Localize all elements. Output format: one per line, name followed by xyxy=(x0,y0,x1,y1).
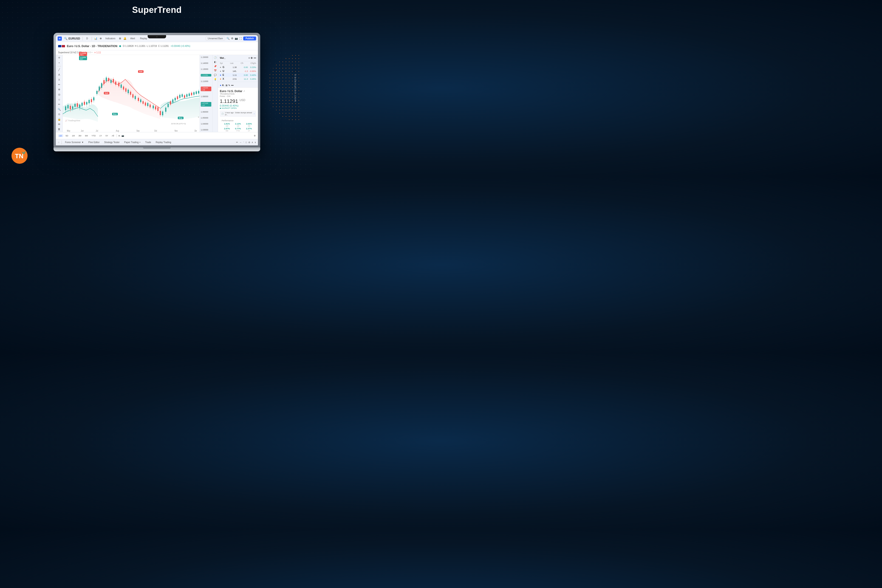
tab-forex-screener[interactable]: Forex Screener ▼ xyxy=(64,141,85,144)
pencil-tool[interactable]: ✏ xyxy=(57,103,62,106)
clock-icon[interactable]: 🕐 xyxy=(214,56,217,59)
svg-rect-30 xyxy=(99,87,100,91)
eye-tool[interactable]: 👁 xyxy=(57,123,62,126)
chat-icon[interactable]: 💬 xyxy=(214,74,217,76)
compare-chart-icon[interactable]: ⊕ xyxy=(118,134,120,136)
camera-icon[interactable]: 📷 xyxy=(235,37,238,40)
layers-icon[interactable]: ◧ xyxy=(214,61,216,63)
clock-small-icon: 🕐 xyxy=(221,112,224,115)
svg-rect-82 xyxy=(162,111,163,115)
chart-canvas: May Jun Jul Aug Sep Oct Nov De 📈 Trading… xyxy=(63,55,200,132)
settings-icon[interactable]: ⚙ xyxy=(231,37,233,40)
tab-paper-trading[interactable]: Paper Trading + xyxy=(123,141,142,144)
time-ytd[interactable]: YTD xyxy=(90,134,97,137)
tab-strategy-tester[interactable]: Strategy Tester xyxy=(103,141,121,144)
svg-rect-110 xyxy=(196,92,197,94)
text-tool[interactable]: A xyxy=(57,73,62,76)
detail-link-icon[interactable]: ↗ xyxy=(243,90,245,92)
time-1m[interactable]: 1M xyxy=(71,134,76,137)
fullscreen-icon[interactable]: ⛶ xyxy=(239,37,242,40)
watchlist-more-icon[interactable]: ••• xyxy=(254,57,256,59)
watchlist-item-u[interactable]: ● U 145. -1.3 -0.90% xyxy=(218,69,258,73)
emoji-tool[interactable]: ☺ xyxy=(57,98,62,101)
brush-tool[interactable]: ✏ xyxy=(57,83,62,86)
expand-btn[interactable]: » xyxy=(198,116,199,118)
watchlist-toggle[interactable]: ☆ xyxy=(58,141,60,144)
publish-btn[interactable]: Publish xyxy=(243,36,256,40)
chart-type-icon[interactable]: 📊 xyxy=(94,37,98,40)
indicator-value: ≡ 1.11 xyxy=(94,51,101,54)
alerts-icon[interactable]: 🔔 xyxy=(123,37,126,40)
line-draw-icon[interactable]: ⁻ xyxy=(243,141,244,144)
crosshair-tool[interactable]: ✛ xyxy=(57,56,62,60)
eu-flag xyxy=(58,45,62,47)
unnamed-btn[interactable]: Unnamed Bam xyxy=(206,36,225,40)
pen-tool-icon[interactable]: ✏ xyxy=(236,141,238,144)
news-text: 1 hour ago · Dollar slumps ahead of... xyxy=(225,112,253,116)
watchlist-item-e[interactable]: ● E 1.11 0.00 0.40% xyxy=(218,73,258,77)
search-top-icon[interactable]: 🔍 xyxy=(226,37,230,40)
symbol-display[interactable]: EURUSD xyxy=(69,37,80,40)
eraser-icon[interactable]: ⊘ xyxy=(248,141,250,144)
dot-icon[interactable]: • xyxy=(57,62,62,64)
templates-icon[interactable]: ⊞ xyxy=(119,37,121,40)
zoom-tool[interactable]: ⊕ xyxy=(57,88,62,91)
time-1d[interactable]: 1D xyxy=(58,134,63,137)
bulb-icon[interactable]: 💡 xyxy=(214,78,217,81)
calendar-icon[interactable]: 📅 xyxy=(214,69,217,72)
time-5d[interactable]: 5D xyxy=(64,134,70,137)
indicators-btn[interactable]: Indicators xyxy=(104,37,117,40)
arrow-tool-icon[interactable]: → xyxy=(239,141,242,144)
line-tool[interactable]: ╱ xyxy=(57,68,62,71)
tab-trade[interactable]: Trade xyxy=(144,141,153,144)
svg-rect-52 xyxy=(125,88,126,92)
pin-icon[interactable]: 📌 xyxy=(214,65,217,68)
alert-btn[interactable]: Alert xyxy=(129,37,136,40)
camera-dot xyxy=(156,36,158,38)
news-item[interactable]: 🕐 1 hour ago · Dollar slumps ahead of...… xyxy=(220,111,256,117)
lock-tool[interactable]: 🔒 xyxy=(57,118,62,121)
magnet-tool[interactable]: ⊙ xyxy=(57,113,62,116)
tab-pine-editor[interactable]: Pine Editor xyxy=(87,141,101,144)
measure-tool[interactable]: ◎ xyxy=(57,93,62,96)
svg-text:Oct: Oct xyxy=(154,129,157,132)
up-arrow-icon[interactable]: ∧ xyxy=(252,141,253,144)
news-arrow[interactable]: › xyxy=(254,112,255,115)
svg-rect-48 xyxy=(121,84,122,88)
compare-icon[interactable]: ⊕ xyxy=(100,37,102,40)
camera-chart-icon[interactable]: 📷 xyxy=(122,134,124,136)
xabcd-tool[interactable]: X xyxy=(57,78,62,81)
time-3m[interactable]: 3M xyxy=(77,134,83,137)
svg-rect-92 xyxy=(175,98,176,100)
u-icon: ● xyxy=(220,70,221,72)
ohlc-data: O 1.10828 H 1.11301 L 1.10719 C 1.11291 xyxy=(123,45,169,47)
svg-rect-66 xyxy=(142,101,144,104)
timeframe-btn[interactable]: D xyxy=(85,37,89,40)
time-6m[interactable]: 6M xyxy=(84,134,89,137)
replay-btn[interactable]: Replay xyxy=(139,37,148,40)
svg-rect-14 xyxy=(79,105,80,108)
detail-edit-icon[interactable]: ✎ xyxy=(228,84,230,86)
watchlist-menu-icon[interactable]: ⚙ xyxy=(250,57,253,59)
market-open-dot xyxy=(220,108,221,109)
down-arrow-icon[interactable]: ∨ xyxy=(255,141,256,144)
laptop-container: M 🔍 EURUSD D 📊 ⊕ Indicators ⊞ 🔔 Alert Re… xyxy=(54,33,260,153)
tab-replay-trading[interactable]: Replay Trading xyxy=(154,141,172,144)
magnify-tool[interactable]: 🔍 xyxy=(57,108,62,111)
watchlist-item-x[interactable]: ● X 2.51 11.3 0.45% xyxy=(218,77,258,81)
settings-chart-icon[interactable]: ⚙ xyxy=(254,134,256,136)
rect-tool-icon[interactable]: □ xyxy=(246,141,247,144)
last-u: 145. xyxy=(232,70,240,72)
detail-more-icon[interactable]: ••• xyxy=(231,84,234,86)
watchlist-add-btn[interactable]: + xyxy=(249,57,250,59)
watchlist-item-g[interactable]: ● G 1.30 0.00 0.33% xyxy=(218,65,258,69)
time-5y[interactable]: 5Y xyxy=(105,134,110,137)
detail-grid-icon[interactable]: ⊞ xyxy=(225,84,227,86)
time-all[interactable]: All xyxy=(111,134,115,137)
page-title: SuperTrend xyxy=(132,5,182,15)
delete-tool[interactable]: 🗑 xyxy=(57,128,62,131)
tv-search[interactable]: 🔍 EURUSD xyxy=(64,37,80,40)
tradingview-chart[interactable]: M 🔍 EURUSD D 📊 ⊕ Indicators ⊞ 🔔 Alert Re… xyxy=(56,35,258,146)
svg-rect-64 xyxy=(140,99,141,102)
time-1y[interactable]: 1Y xyxy=(98,134,103,137)
